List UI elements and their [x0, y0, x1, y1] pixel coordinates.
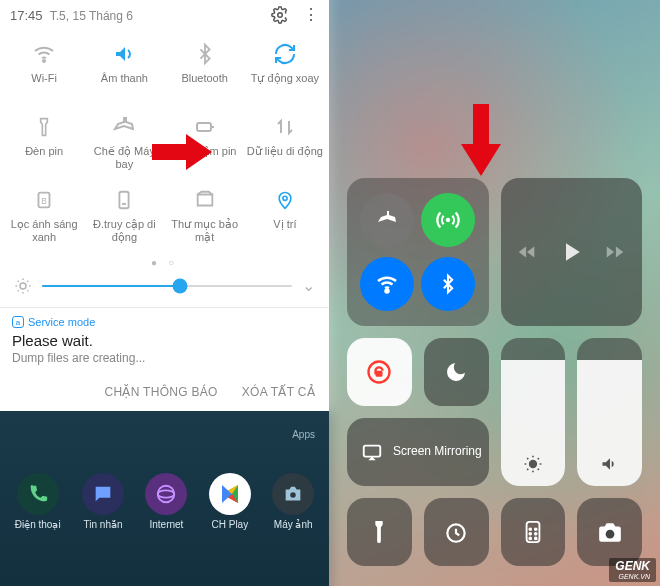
- dock-item-message[interactable]: Tin nhắn: [82, 473, 124, 530]
- connectivity-bluetooth-button[interactable]: [421, 257, 475, 311]
- qs-tile-mobiledata[interactable]: Dữ liệu di động: [245, 107, 325, 180]
- dock-item-camera[interactable]: Máy ảnh: [272, 473, 314, 530]
- svg-point-1: [43, 60, 45, 62]
- svg-point-23: [529, 538, 531, 540]
- media-controls[interactable]: [501, 178, 643, 326]
- android-quick-settings-panel: 17:45 T.5, 15 Tháng 6 ⋮ Wi-FiÂm thanhBlu…: [0, 0, 329, 586]
- connectivity-group: [347, 178, 489, 326]
- airplane-icon: [375, 208, 399, 232]
- connectivity-airplane-button[interactable]: [360, 193, 414, 247]
- qs-tile-wifi[interactable]: Wi-Fi: [4, 34, 84, 107]
- qs-tile-label: Tự động xoay: [251, 72, 319, 85]
- brightness-icon: [14, 277, 32, 295]
- svg-rect-18: [526, 522, 539, 542]
- qs-tile-label: Dữ liệu di động: [247, 145, 323, 158]
- svg-rect-5: [120, 192, 129, 209]
- settings-gear-icon[interactable]: [271, 6, 289, 24]
- status-time: 17:45: [10, 8, 43, 23]
- qs-tile-location[interactable]: Vị trí: [245, 180, 325, 253]
- brightness-slider[interactable]: [42, 285, 292, 287]
- qs-tile-bluelight[interactable]: BLọc ánh sáng xanh: [4, 180, 84, 253]
- brightness-expand-icon[interactable]: ⌄: [302, 276, 315, 295]
- dock-item-browser[interactable]: Internet: [145, 473, 187, 530]
- qs-tile-label: Bluetooth: [181, 72, 227, 85]
- svg-point-24: [535, 538, 537, 540]
- block-notifications-button[interactable]: CHẶN THÔNG BÁO: [104, 385, 217, 399]
- qs-tile-flashlight[interactable]: Đèn pin: [4, 107, 84, 180]
- status-bar: 17:45 T.5, 15 Tháng 6 ⋮: [0, 0, 329, 28]
- svg-rect-16: [364, 446, 381, 457]
- connectivity-cellular-button[interactable]: [421, 193, 475, 247]
- dock-item-phone[interactable]: Điện thoại: [15, 473, 61, 530]
- forward-icon[interactable]: [604, 241, 626, 263]
- svg-text:B: B: [41, 197, 47, 206]
- annotation-arrow-right: [150, 132, 214, 172]
- clear-all-button[interactable]: XÓA TẤT CẢ: [242, 385, 315, 399]
- camera-icon: [272, 473, 314, 515]
- camera-button[interactable]: [577, 498, 642, 566]
- volume-icon: [600, 454, 620, 474]
- screen-mirroring-button[interactable]: Screen Mirroring: [347, 418, 489, 486]
- svg-point-22: [535, 533, 537, 535]
- svg-rect-14: [376, 371, 383, 377]
- dock-label: Điện thoại: [15, 519, 61, 530]
- brightness-slider[interactable]: [501, 338, 566, 486]
- qs-tile-label: Đèn pin: [25, 145, 63, 158]
- notification-app-label: a Service mode: [12, 316, 317, 328]
- cellular-icon: [435, 207, 461, 233]
- connectivity-wifi-button[interactable]: [360, 257, 414, 311]
- svg-point-21: [529, 533, 531, 535]
- do-not-disturb-button[interactable]: [424, 338, 489, 406]
- bluelight-icon: B: [30, 186, 58, 214]
- qs-tile-label: Lọc ánh sáng xanh: [6, 218, 82, 243]
- phone-icon: [17, 473, 59, 515]
- mobiledata-icon: [271, 113, 299, 141]
- brightness-slider-row: ⌄: [0, 272, 329, 307]
- dock-label: CH Play: [211, 519, 248, 530]
- dock-label: Internet: [149, 519, 183, 530]
- qs-tile-label: Đ.truy cập di động: [86, 218, 162, 243]
- rewind-icon[interactable]: [516, 241, 538, 263]
- qs-tile-sound[interactable]: Âm thanh: [84, 34, 164, 107]
- annotation-arrow-down: [457, 100, 505, 180]
- orientation-lock-button[interactable]: [347, 338, 412, 406]
- screen-mirroring-label: Screen Mirroring: [393, 445, 482, 458]
- status-time-date: 17:45 T.5, 15 Tháng 6: [10, 8, 133, 23]
- qs-tile-label: Wi-Fi: [31, 72, 57, 85]
- dock: Điện thoạiTin nhắnInternetCH PlayMáy ảnh: [0, 457, 329, 534]
- location-icon: [271, 186, 299, 214]
- svg-point-8: [158, 486, 175, 503]
- wifi-icon: [375, 272, 399, 296]
- volume-slider[interactable]: [577, 338, 642, 486]
- calculator-button[interactable]: [501, 498, 566, 566]
- rotate-icon: [271, 40, 299, 68]
- svg-point-19: [529, 528, 531, 530]
- qs-tile-label: Vị trí: [273, 218, 296, 231]
- flashlight-icon: [30, 113, 58, 141]
- svg-point-20: [535, 528, 537, 530]
- svg-point-9: [158, 490, 175, 497]
- svg-rect-2: [197, 123, 211, 131]
- qs-tile-secure[interactable]: Thư mục bảo mật: [165, 180, 245, 253]
- play-icon[interactable]: [556, 237, 586, 267]
- svg-point-12: [386, 290, 389, 293]
- flashlight-button[interactable]: [347, 498, 412, 566]
- apps-label: Apps: [292, 429, 315, 457]
- qs-tile-hotspot[interactable]: Đ.truy cập di động: [84, 180, 164, 253]
- overflow-menu-icon[interactable]: ⋮: [303, 10, 319, 20]
- qs-tile-label: Thư mục bảo mật: [167, 218, 243, 243]
- status-date: T.5, 15 Tháng 6: [50, 9, 133, 23]
- dock-item-store[interactable]: CH Play: [209, 473, 251, 530]
- wifi-icon: [30, 40, 58, 68]
- airplane-icon: [110, 113, 138, 141]
- hotspot-icon: [110, 186, 138, 214]
- timer-button[interactable]: [424, 498, 489, 566]
- brightness-icon: [523, 454, 543, 474]
- svg-point-6: [283, 196, 287, 200]
- store-icon: [209, 473, 251, 515]
- svg-point-11: [446, 218, 450, 222]
- qs-tile-rotate[interactable]: Tự động xoay: [245, 34, 325, 107]
- qs-tile-bluetooth[interactable]: Bluetooth: [165, 34, 245, 107]
- notification-card[interactable]: a Service mode Please wait. Dump files a…: [0, 308, 329, 377]
- secure-icon: [191, 186, 219, 214]
